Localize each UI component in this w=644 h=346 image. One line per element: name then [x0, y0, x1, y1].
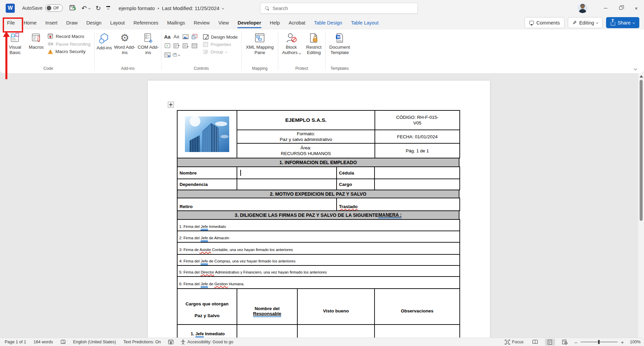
scrollbar-thumb[interactable] [640, 80, 643, 221]
accessibility-status[interactable]: Accessibility: Good to go [181, 340, 233, 345]
cargo-label-cell[interactable]: Cargo [337, 179, 375, 190]
group-label-controls[interactable]: Controls [162, 66, 241, 73]
document-template-button[interactable]: W Document Template [327, 32, 353, 56]
legacy-tools-button[interactable] [173, 51, 180, 58]
sig-row1-nombre-cell[interactable] [237, 325, 297, 338]
tab-review[interactable]: Review [189, 17, 214, 29]
traslado-cell[interactable]: Traslado [337, 198, 460, 211]
cedula-value-cell[interactable] [375, 167, 460, 179]
sig-row1-obs-cell[interactable] [375, 325, 460, 338]
table-move-handle[interactable] [168, 102, 174, 108]
word-count[interactable]: 164 words [34, 340, 53, 344]
formato-cell[interactable]: Formato: Paz y salvo administrativo [237, 130, 375, 143]
cargos-header-cell[interactable]: Cargos que otorgan Paz y Salvo [177, 289, 237, 325]
read-mode-button[interactable] [530, 339, 540, 346]
observaciones-header-cell[interactable]: Observaciones [375, 289, 460, 325]
document-page[interactable]: EJEMPLO S.A.S. CÓDIGO: RH-F-015- V05 For… [148, 81, 490, 338]
tab-draw[interactable]: Draw [62, 17, 82, 29]
share-button[interactable]: Share [606, 17, 639, 28]
building-block-gallery-control[interactable] [191, 33, 198, 40]
tab-acrobat[interactable]: Acrobat [284, 17, 310, 29]
word-addins-button[interactable]: ⚙ Word Add-ins [113, 32, 137, 56]
tab-design[interactable]: Design [82, 17, 106, 29]
restore-button[interactable] [613, 0, 629, 16]
rich-text-content-control[interactable]: Aa [164, 33, 171, 40]
search-bar[interactable] [260, 3, 418, 14]
autosave-toggle[interactable]: Off [45, 4, 63, 12]
zoom-level[interactable]: 100% [630, 340, 641, 344]
restrict-editing-button[interactable]: Restrict Editing [303, 32, 324, 56]
save-icon[interactable] [69, 4, 76, 12]
tab-references[interactable]: References [129, 17, 163, 29]
tab-layout[interactable]: Layout [106, 17, 129, 29]
firma-line-2[interactable]: 2: Firma del Jefe de Almacén [177, 231, 460, 242]
title-dropdown-icon[interactable] [222, 7, 224, 9]
section3-header[interactable]: 3. DILIGENCIE LAS FIRMAS DE PAZ Y SALVO … [177, 210, 459, 220]
firma-line-5[interactable]: 5: Firma del Director Administrativo y F… [177, 265, 460, 277]
language-indicator[interactable]: English (United States) [73, 340, 116, 344]
plain-text-content-control[interactable]: Aa [173, 33, 180, 40]
zoom-out-button[interactable]: – [575, 339, 577, 345]
macro-security-button[interactable]: Macro Security [48, 49, 91, 54]
customize-qat-button[interactable] [106, 7, 110, 9]
responsable-header-cell[interactable]: Nombre del Responsable [237, 289, 297, 325]
visto-bueno-header-cell[interactable]: Visto bueno [297, 289, 375, 325]
tab-insert[interactable]: Insert [41, 17, 62, 29]
tab-table-design[interactable]: Table Design [310, 17, 347, 29]
firma-line-3[interactable]: 3: Firma de Asisite Contable, una vez ha… [177, 242, 460, 254]
proofing-errors-button[interactable]: × [60, 340, 66, 345]
macro-recording-status[interactable] [168, 340, 174, 344]
collapse-ribbon-icon[interactable] [634, 67, 637, 70]
page-indicator[interactable]: Page 1 of 1 [5, 340, 26, 344]
sig-row1-visto-cell[interactable] [297, 325, 375, 338]
focus-mode-button[interactable]: Focus [505, 340, 524, 345]
firma-line-6[interactable]: 6: Firma del Jefe de Gestion Humana. [177, 277, 460, 289]
sig-row1-cargo-cell[interactable]: 1. Jefe Inmediato [177, 325, 237, 338]
cedula-label-cell[interactable]: Cédula [337, 167, 375, 179]
macros-button[interactable]: Macros [27, 32, 46, 51]
word-app-icon[interactable]: W [6, 4, 15, 13]
picture-content-control[interactable] [182, 33, 189, 40]
nombre-value-cell[interactable] [237, 167, 337, 179]
tab-help[interactable]: Help [265, 17, 284, 29]
block-authors-button[interactable]: Block Authors [279, 32, 303, 56]
undo-dropdown-icon[interactable] [88, 7, 91, 9]
user-avatar[interactable] [578, 3, 588, 13]
xml-mapping-pane-button[interactable]: XML Mapping Pane [243, 32, 277, 56]
section1-header[interactable]: 1. INFORMACION DEL EMPLEADO [177, 158, 459, 167]
pagina-cell[interactable]: Pág. 1 de 1 [375, 143, 460, 158]
redo-button[interactable]: ↻ [96, 4, 101, 12]
tab-table-layout[interactable]: Table Layout [347, 17, 383, 29]
com-addins-button[interactable]: ⚙ COM Add-ins [137, 32, 160, 56]
retiro-cell[interactable]: Retiro [177, 198, 337, 211]
group-label-templates[interactable]: Templates [327, 66, 353, 73]
zoom-slider-thumb[interactable] [598, 340, 600, 344]
record-macro-button[interactable]: Record Macro [48, 34, 91, 39]
undo-button[interactable]: ↶ [82, 4, 90, 12]
firma-line-1[interactable]: 1: Firma del Jefe Inmediato [177, 219, 460, 231]
nombre-label-cell[interactable]: Nombre [177, 167, 237, 179]
tab-developer[interactable]: Developer [233, 17, 265, 29]
codigo-cell[interactable]: CÓDIGO: RH-F-015- V05 [375, 110, 460, 130]
combo-box-content-control[interactable] [173, 42, 180, 49]
group-label-mapping[interactable]: Mapping [243, 66, 277, 73]
cargo-value-cell[interactable] [375, 179, 460, 190]
group-label-addins[interactable]: Add-ins [96, 66, 160, 73]
close-button[interactable]: × [629, 0, 644, 16]
dependencia-label-cell[interactable]: Dependencia [177, 179, 237, 190]
search-input[interactable] [273, 6, 400, 11]
web-layout-button[interactable] [560, 339, 570, 346]
text-predictions[interactable]: Text Predictions: On [123, 340, 161, 344]
repeating-section-content-control[interactable] [164, 51, 171, 58]
company-logo-cell[interactable] [177, 110, 237, 158]
firma-line-4[interactable]: 4: Firma del Jefe de Compras, una vez ha… [177, 254, 460, 265]
group-label-code[interactable]: Code [3, 66, 93, 73]
dependencia-value-cell[interactable] [237, 179, 337, 190]
editing-mode-button[interactable]: ✎Editing [568, 17, 603, 28]
scroll-up-arrow[interactable] [640, 75, 643, 78]
fecha-cell[interactable]: FECHA: 01/01/2024 [375, 130, 460, 143]
checkbox-content-control[interactable]: ✓ [164, 42, 171, 49]
document-title[interactable]: ejemplo formato • Last Modified: 11/25/2… [119, 5, 224, 11]
zoom-in-button[interactable]: + [621, 339, 624, 345]
print-layout-button[interactable] [545, 339, 555, 346]
